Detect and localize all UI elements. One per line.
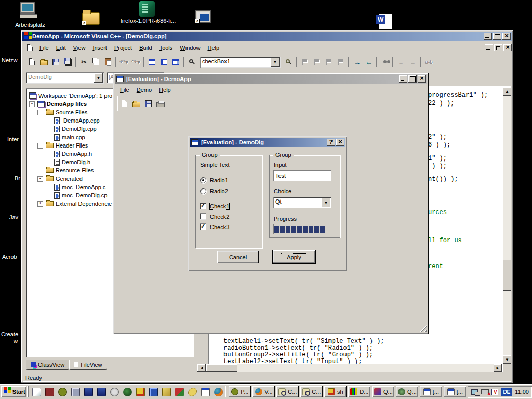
tree-item-label[interactable]: DemoDlg.h (62, 159, 90, 165)
tree-item-label[interactable]: DemoApp files (47, 101, 87, 107)
task-button[interactable]: sh (324, 386, 347, 397)
new-file-icon[interactable] (118, 98, 130, 109)
checkbox-icon[interactable] (200, 223, 206, 230)
copy-icon[interactable] (90, 56, 102, 68)
chevron-down-icon[interactable]: ▼ (94, 73, 103, 83)
new-file-icon[interactable] (26, 56, 38, 68)
tree-item-label[interactable]: DemoApp.cpp (62, 117, 101, 124)
scroll-left-icon[interactable]: ◄ (197, 364, 206, 372)
indent-decrease-icon[interactable]: ≡ (395, 56, 407, 68)
collapse-icon[interactable]: - (37, 143, 43, 149)
desktop-icon-label[interactable]: Inter (7, 136, 19, 142)
menu-view[interactable]: View (70, 44, 89, 52)
my-computer-icon[interactable] (20, 2, 37, 18)
window-icon[interactable] (201, 388, 210, 396)
checkbox-check3[interactable]: Check3 (200, 223, 229, 230)
antivirus-tray-icon[interactable] (491, 389, 498, 395)
print-icon[interactable] (154, 98, 166, 109)
dialog-close-button[interactable] (336, 139, 344, 146)
my-computer-label[interactable]: Arbeitsplatz (4, 22, 56, 28)
word-document-icon[interactable] (379, 14, 392, 29)
terminal-icon[interactable] (149, 388, 158, 396)
task-button[interactable]: V... (252, 386, 275, 397)
menu-tools[interactable]: Tools (156, 44, 177, 52)
scheduler-icon[interactable] (58, 388, 67, 396)
open-folder-icon[interactable] (38, 56, 50, 68)
map-icon[interactable] (162, 388, 171, 396)
resize-grip[interactable] (420, 325, 427, 332)
desktop-icon-label[interactable]: Netzw (2, 57, 18, 63)
demoapp-menu-demo[interactable]: Demo (133, 86, 155, 94)
workspace-toggle-icon[interactable] (146, 56, 158, 68)
tree-item-label[interactable]: moc_DemoDlg.cp (62, 192, 107, 198)
apply-button[interactable]: Apply (272, 250, 316, 264)
menu-project[interactable]: Project (111, 44, 136, 52)
incremental-search-icon[interactable]: a-b (423, 56, 435, 68)
radio-radio1[interactable]: Radio1 (200, 177, 228, 183)
editor-shortcut-icon[interactable] (32, 388, 41, 396)
save-icon[interactable] (50, 56, 62, 68)
tree-item-label[interactable]: Header Files (56, 142, 88, 149)
scroll-down-icon[interactable]: ▼ (503, 355, 511, 364)
bookmark-clear-icon[interactable] (335, 56, 347, 68)
globe-icon[interactable] (123, 388, 132, 396)
radio-radio2[interactable]: Radio2 (200, 188, 228, 194)
mdi-minimize-button[interactable] (485, 44, 493, 51)
cut-icon[interactable]: ✂ (78, 56, 90, 68)
editor-vscrollbar[interactable]: ▲ ▼ (503, 87, 511, 364)
redo-icon[interactable]: ↷▾ (130, 56, 142, 68)
indent-increase-icon[interactable]: ≡ (407, 56, 419, 68)
desktop-icon-label[interactable]: w (14, 338, 18, 344)
cancel-button[interactable]: Cancel (217, 251, 259, 263)
task-button[interactable]: C... (300, 386, 323, 397)
radio-icon[interactable] (200, 177, 206, 183)
clock-icon[interactable] (110, 388, 119, 396)
tab-classview[interactable]: ClassView (26, 360, 69, 370)
folder-shortcut-icon[interactable]: ↗ (82, 9, 100, 25)
find-in-files-icon[interactable] (283, 56, 295, 68)
browse-prev-icon[interactable]: ← (363, 56, 375, 68)
desktop-icon-label[interactable]: Br (15, 175, 20, 181)
open-folder-icon[interactable] (130, 98, 142, 109)
alert-user-icon[interactable] (136, 388, 145, 396)
scroll-right-icon[interactable]: ► (494, 364, 502, 372)
firefox-installer-label[interactable]: firefox-1.0PR-i686-li... (117, 18, 179, 24)
address-book-icon[interactable] (45, 388, 54, 396)
firefox-installer-icon[interactable] (139, 1, 155, 17)
menu-file[interactable]: File (36, 44, 52, 52)
tree-item-label[interactable]: main.cpp (62, 134, 85, 140)
desktop-icon-label[interactable]: Acrob (2, 254, 17, 260)
collapse-icon[interactable]: - (37, 110, 43, 115)
undo-icon[interactable]: ↶▾ (118, 56, 130, 68)
printer-error-tray-icon[interactable] (481, 389, 489, 394)
demoapp-menu-file[interactable]: File (116, 86, 133, 94)
fish-icon[interactable] (188, 388, 197, 396)
network-tray-icon[interactable] (471, 389, 478, 395)
tree-item-label[interactable]: Source Files (56, 109, 87, 115)
menu-build[interactable]: Build (136, 44, 155, 52)
demoapp-close-button[interactable] (418, 75, 426, 83)
checkbox-icon[interactable] (200, 203, 206, 209)
save-all-icon[interactable] (62, 56, 74, 68)
collapse-icon[interactable]: - (29, 101, 35, 107)
radio-icon[interactable] (200, 188, 206, 194)
task-button[interactable]: [... (444, 386, 466, 397)
find-disabled-icon[interactable] (379, 56, 391, 68)
mdi-restore-button[interactable] (494, 44, 502, 51)
display-props-icon[interactable] (71, 388, 80, 396)
task-button[interactable]: C... (276, 386, 299, 397)
maximize-button[interactable] (493, 33, 501, 40)
tree-item-label[interactable]: DemoApp.h (62, 151, 92, 157)
demoapp-maximize-button[interactable] (408, 75, 417, 83)
display-shortcut-icon[interactable]: ↗ (195, 10, 211, 23)
chevron-down-icon[interactable]: ▼ (271, 58, 280, 66)
bookmark-next-icon[interactable] (311, 56, 323, 68)
tree-item-label[interactable]: moc_DemoApp.c (62, 184, 105, 190)
tree-item-label[interactable]: Resource Files (56, 167, 94, 174)
dialog-titlebar[interactable]: [Evaluation] - DemoDlg (190, 138, 345, 147)
resource-toggle-icon[interactable] (158, 56, 170, 68)
menu-help[interactable]: Help (204, 44, 223, 52)
task-button[interactable]: Q... (396, 386, 418, 397)
firefox-icon[interactable] (214, 388, 223, 396)
tab-fileview[interactable]: FileView (69, 360, 107, 370)
